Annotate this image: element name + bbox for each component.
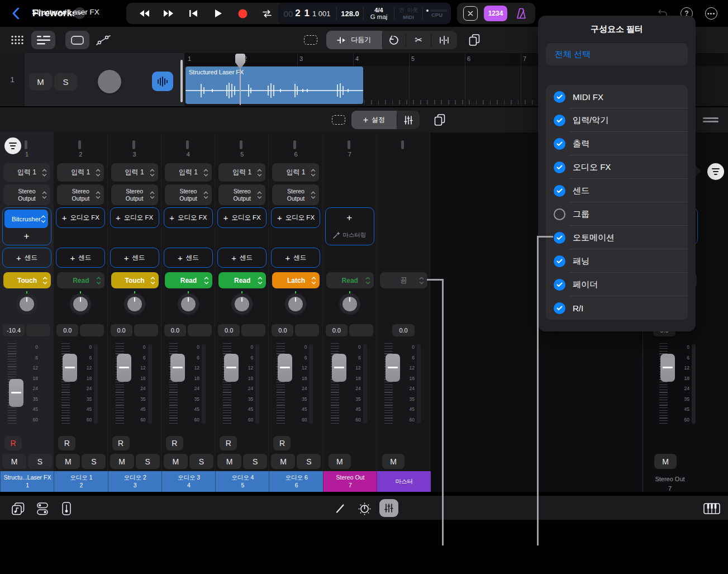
track-icon-button[interactable] [152, 72, 173, 91]
plugins-button[interactable] [58, 500, 75, 517]
input-selector[interactable]: 입력 1 [111, 163, 158, 182]
pan-knob[interactable] [16, 293, 37, 315]
mixer-view-button[interactable] [379, 499, 398, 517]
select-all-button[interactable]: 전체 선택 [546, 43, 688, 65]
dismiss-count-in-button[interactable] [463, 6, 478, 21]
output-selector[interactable]: StereoOutput [57, 184, 104, 205]
filter-item-오토메이션[interactable]: 오토메이션 [546, 226, 688, 249]
play-button[interactable] [208, 5, 227, 22]
mixer-filter-button[interactable] [707, 163, 724, 180]
pan-value[interactable]: 0.0 [392, 324, 415, 336]
add-send-button[interactable]: +센드 [217, 248, 267, 268]
pan-value[interactable]: -10.4 [3, 324, 25, 336]
loop-tool-button[interactable] [383, 31, 406, 49]
automation-mode-button[interactable]: Read [326, 272, 374, 288]
more-options-button[interactable]: ••• [705, 7, 717, 20]
forward-button[interactable] [159, 5, 178, 22]
pan-value[interactable]: 0.0 [56, 324, 78, 336]
input-selector[interactable]: 입력 1 [218, 163, 265, 182]
filter-item-출력[interactable]: 출력 [546, 132, 688, 155]
track-scrollbar[interactable] [180, 60, 183, 102]
pan-knob[interactable] [124, 293, 145, 315]
solo-button[interactable]: S [136, 454, 160, 469]
filter-item-그룹[interactable]: 그룹 [546, 202, 688, 226]
pan-value[interactable]: 0.0 [272, 324, 293, 336]
secondary-value[interactable] [188, 324, 212, 336]
track-mute-button[interactable]: M [29, 73, 52, 91]
filter-item-r-i[interactable]: R/I [546, 296, 688, 320]
back-button[interactable] [8, 6, 23, 21]
lcd-display[interactable]: 00 2 1 1 001 128.0 4/4 G maj 인 아웃 MIDI C… [278, 3, 451, 24]
fader-handle[interactable] [63, 354, 77, 382]
channel-strip[interactable]: 3입력 1StereoOutput+오디오 FX+센드Touch0.006121… [108, 132, 161, 492]
automation-mode-button[interactable]: Read [218, 272, 266, 288]
component-filter-button[interactable] [4, 137, 21, 154]
checked-circle-icon[interactable] [554, 279, 565, 291]
filter-item-오디오-fx[interactable]: 오디오 FX [546, 155, 688, 179]
track-name-plate[interactable]: Structu...Laser FX1 [0, 471, 54, 492]
channel-strip[interactable]: 끔0.006121824354560M마스터 [377, 132, 430, 492]
divide-tool-button[interactable] [431, 31, 457, 49]
add-fx-button[interactable]: + [326, 211, 373, 225]
mute-button[interactable]: M [56, 454, 80, 469]
filter-item-센드[interactable]: 센드 [546, 179, 688, 202]
region-tool-button[interactable] [65, 31, 89, 49]
checked-circle-icon[interactable] [554, 302, 565, 314]
output-selector[interactable]: StereoOutput [272, 184, 319, 205]
mute-button[interactable]: M [217, 454, 241, 469]
channel-strip[interactable]: 4입력 1StereoOutput+오디오 FX+센드Read0.0061218… [161, 132, 215, 492]
solo-button[interactable]: S [243, 454, 267, 469]
browser-button[interactable] [9, 500, 27, 517]
automation-mode-button[interactable]: Touch [3, 272, 51, 288]
track-name-plate[interactable]: 오디오 66 [269, 471, 323, 492]
channel-strip[interactable]: 1입력 1StereoOutputBitcrusher++센드Touch-10.… [0, 132, 54, 492]
record-enable-button[interactable]: R [220, 436, 237, 450]
add-send-button[interactable]: +센드 [110, 248, 159, 268]
automation-mode-button[interactable]: Read [57, 272, 104, 288]
add-send-button[interactable]: +센드 [271, 248, 320, 268]
unchecked-circle-icon[interactable] [554, 208, 565, 220]
track-solo-button[interactable]: S [54, 73, 77, 91]
pan-value[interactable]: 0.0 [111, 324, 132, 336]
channel-strip[interactable]: 6입력 1StereoOutput+오디오 FX+센드Latch0.006121… [269, 132, 322, 492]
pencil-tool-button[interactable] [332, 500, 349, 517]
pan-value[interactable]: 0.0 [326, 324, 348, 336]
add-send-button[interactable]: +센드 [56, 248, 105, 268]
mute-button[interactable]: M [2, 454, 26, 469]
add-send-button[interactable]: +센드 [2, 248, 51, 268]
pinned-mute-button[interactable]: M [654, 454, 677, 469]
pan-knob[interactable] [339, 293, 360, 315]
audio-region[interactable]: Structured Laser FX [185, 67, 363, 104]
mastering-box[interactable]: +마스터링 [325, 207, 374, 245]
tracks-view-button[interactable] [31, 31, 55, 49]
record-enable-button[interactable]: R [112, 436, 130, 450]
mute-button[interactable]: M [110, 454, 134, 469]
add-audio-fx-button[interactable]: +오디오 FX [217, 207, 267, 228]
secondary-value[interactable] [241, 324, 265, 336]
pan-value[interactable]: 0.0 [218, 324, 240, 336]
secondary-value[interactable] [26, 324, 50, 336]
channel-strip[interactable]: 2입력 1StereoOutput+오디오 FX+센드Read0.0061218… [54, 132, 107, 492]
mixer-copy-button[interactable] [430, 111, 449, 129]
solo-button[interactable]: S [82, 454, 106, 469]
record-enable-button[interactable]: R [166, 436, 183, 450]
automation-mode-button[interactable]: Latch [272, 272, 320, 288]
filter-item-페이더[interactable]: 페이더 [546, 273, 688, 296]
copy-button[interactable] [464, 31, 484, 49]
dial-mode-button[interactable] [356, 500, 373, 517]
output-selector[interactable]: StereoOutput [165, 184, 212, 205]
pan-knob[interactable] [231, 293, 253, 315]
checked-circle-icon[interactable] [554, 232, 565, 244]
add-audio-fx-button[interactable]: +오디오 FX [110, 207, 159, 228]
add-audio-fx-button[interactable]: +오디오 FX [164, 207, 213, 228]
checked-circle-icon[interactable] [554, 138, 565, 150]
mixer-settings-button[interactable]: + 설정 [351, 111, 397, 129]
fader-handle[interactable] [117, 354, 131, 382]
metronome-button[interactable] [513, 6, 529, 21]
mixer-drag-handle[interactable] [703, 117, 719, 119]
channel-strip[interactable]: 5입력 1StereoOutput+오디오 FX+센드Read0.0061218… [215, 132, 269, 492]
fader-handle[interactable] [224, 354, 239, 382]
add-audio-fx-button[interactable]: +오디오 FX [271, 207, 320, 228]
fader-handle[interactable] [332, 354, 346, 382]
input-selector[interactable]: 입력 1 [57, 163, 104, 182]
